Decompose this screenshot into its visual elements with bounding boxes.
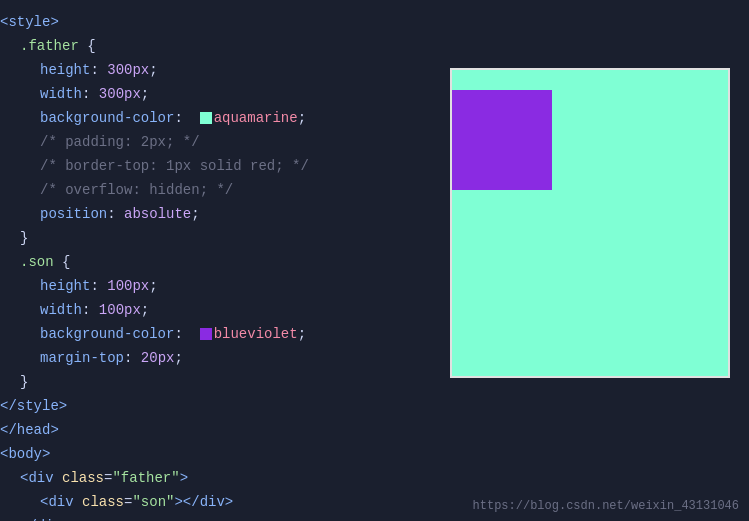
- code-token-attr: class: [82, 494, 124, 510]
- code-token-brace: {: [54, 254, 71, 270]
- code-token-attr: class: [62, 470, 104, 486]
- code-token-comment: /* padding: 2px; */: [40, 134, 200, 150]
- code-token-brace: }: [20, 374, 28, 390]
- code-token-punctuation: ;: [174, 350, 182, 366]
- code-token-value-num: absolute: [124, 206, 191, 222]
- code-token-punctuation: :: [174, 326, 199, 342]
- code-token-punctuation: =: [124, 494, 132, 510]
- code-token-value-num: 20px: [141, 350, 175, 366]
- code-token-punctuation: :: [107, 206, 124, 222]
- color-swatch-aquamarine: [200, 112, 212, 124]
- code-token-tag: <div: [40, 494, 74, 510]
- code-token-tag: >: [180, 470, 188, 486]
- preview-panel: [450, 68, 730, 378]
- code-token-punctuation: ;: [191, 206, 199, 222]
- watermark: https://blog.csdn.net/weixin_43131046: [473, 499, 739, 513]
- code-token-tag: </head>: [0, 422, 59, 438]
- code-token-property: position: [40, 206, 107, 222]
- code-token-punctuation: :: [82, 86, 99, 102]
- code-token-punctuation: [54, 470, 62, 486]
- code-token-brace: {: [79, 38, 96, 54]
- code-token-value-num: 300px: [99, 86, 141, 102]
- code-line: <body>: [0, 442, 430, 466]
- code-token-property: background-color: [40, 110, 174, 126]
- code-line: .son {: [0, 250, 430, 274]
- code-panel: <style>.father {height: 300px;width: 300…: [0, 0, 430, 521]
- code-token-value-str: aquamarine: [214, 110, 298, 126]
- code-token-comment: /* overflow: hidden; */: [40, 182, 233, 198]
- code-line: </style>: [0, 394, 430, 418]
- code-line: .father {: [0, 34, 430, 58]
- code-token-property: width: [40, 86, 82, 102]
- code-token-comment: /* border-top: 1px solid red; */: [40, 158, 309, 174]
- code-token-selector: .son: [20, 254, 54, 270]
- code-line: </head>: [0, 418, 430, 442]
- code-line: height: 100px;: [0, 274, 430, 298]
- code-line: <style>: [0, 10, 430, 34]
- code-token-value-num: 100px: [99, 302, 141, 318]
- code-token-punctuation: ;: [141, 302, 149, 318]
- code-token-tag: ></div>: [174, 494, 233, 510]
- code-token-punctuation: ;: [141, 86, 149, 102]
- code-token-punctuation: :: [90, 278, 107, 294]
- code-line: </div>: [0, 514, 430, 521]
- code-line: /* border-top: 1px solid red; */: [0, 154, 430, 178]
- code-line: position: absolute;: [0, 202, 430, 226]
- color-swatch-blueviolet: [200, 328, 212, 340]
- code-token-property: width: [40, 302, 82, 318]
- code-line: width: 300px;: [0, 82, 430, 106]
- code-line: width: 100px;: [0, 298, 430, 322]
- code-token-property: background-color: [40, 326, 174, 342]
- code-token-punctuation: [74, 494, 82, 510]
- code-token-punctuation: ;: [149, 62, 157, 78]
- code-line: /* overflow: hidden; */: [0, 178, 430, 202]
- code-token-punctuation: =: [104, 470, 112, 486]
- code-line: <div class="father">: [0, 466, 430, 490]
- code-token-punctuation: :: [82, 302, 99, 318]
- code-token-tag: </style>: [0, 398, 67, 414]
- code-token-tag: <style>: [0, 14, 59, 30]
- code-line: background-color: aquamarine;: [0, 106, 430, 130]
- code-line: }: [0, 226, 430, 250]
- code-token-property: height: [40, 62, 90, 78]
- code-token-value-num: 300px: [107, 62, 149, 78]
- code-token-punctuation: ;: [298, 326, 306, 342]
- code-token-punctuation: :: [174, 110, 199, 126]
- code-line: <div class="son"></div>: [0, 490, 430, 514]
- code-token-brace: }: [20, 230, 28, 246]
- code-token-attr-val: "son": [132, 494, 174, 510]
- code-token-value-num: 100px: [107, 278, 149, 294]
- code-line: }: [0, 370, 430, 394]
- code-line: height: 300px;: [0, 58, 430, 82]
- code-token-tag: <div: [20, 470, 54, 486]
- code-token-selector: .father: [20, 38, 79, 54]
- code-token-attr-val: "father": [112, 470, 179, 486]
- code-token-punctuation: :: [90, 62, 107, 78]
- code-line: background-color: blueviolet;: [0, 322, 430, 346]
- son-box: [452, 90, 552, 190]
- code-token-punctuation: ;: [149, 278, 157, 294]
- code-token-punctuation: :: [124, 350, 141, 366]
- code-line: margin-top: 20px;: [0, 346, 430, 370]
- code-token-punctuation: ;: [298, 110, 306, 126]
- code-line: /* padding: 2px; */: [0, 130, 430, 154]
- code-token-tag: <body>: [0, 446, 50, 462]
- code-token-property: height: [40, 278, 90, 294]
- code-token-value-str: blueviolet: [214, 326, 298, 342]
- code-token-property: margin-top: [40, 350, 124, 366]
